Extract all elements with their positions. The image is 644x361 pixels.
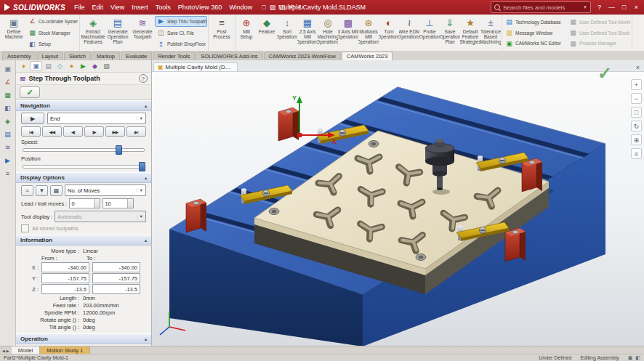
ribbon-button[interactable]: ↕ Sort Operations xyxy=(277,15,297,50)
navigation-section-header[interactable]: Navigation ▴ xyxy=(16,100,151,111)
position-slider-thumb[interactable] xyxy=(139,162,145,171)
menu-item[interactable]: File xyxy=(71,2,89,12)
ribbon-button[interactable]: ≡ Post Process xyxy=(209,15,234,50)
position-slider[interactable] xyxy=(23,162,145,170)
view-settings-icon[interactable]: ≡ xyxy=(631,148,642,159)
play-button[interactable]: ▶ xyxy=(21,113,44,124)
ribbon-button[interactable]: ± Tolerance Based Machining xyxy=(480,15,501,50)
ribbon-button[interactable]: ↥ Publish ShopFloor xyxy=(155,38,207,49)
menu-item[interactable]: PhotoView 360 xyxy=(174,2,225,12)
close-document-icon[interactable]: × xyxy=(632,64,644,71)
ribbon-button[interactable]: ▩ 3 Axis Mill Operations xyxy=(338,15,358,50)
fast-back-button[interactable]: ◀◀ xyxy=(42,126,62,137)
go-to-end-button[interactable]: ▶| xyxy=(126,126,146,137)
ribbon-button[interactable]: ∠ Co-ordinate System xyxy=(26,16,79,27)
rotate-view-icon[interactable]: ↻ xyxy=(631,121,642,131)
camworks-feature-tree-tab[interactable]: ▶ xyxy=(78,61,89,71)
ribbon-button[interactable]: ◎ Hole Machining Operations xyxy=(318,15,338,50)
update-display-dropdown[interactable]: No. of Moves ▼ xyxy=(65,184,146,196)
commandmanager-tab[interactable]: SOLIDWORKS Add-Ins xyxy=(196,52,262,60)
configurationmanager-tab[interactable]: ▤ xyxy=(43,61,54,71)
commandmanager-tab[interactable]: Evaluate xyxy=(121,52,152,60)
menu-item[interactable]: Window xyxy=(225,2,256,12)
trail-moves-stepper[interactable]: 10 xyxy=(102,198,134,208)
tab-scroll-arrow[interactable]: ▶ xyxy=(7,349,9,353)
ribbon-button[interactable]: ≋ Generate Toolpath xyxy=(130,15,155,50)
stock-manager-icon[interactable]: ▦ xyxy=(3,90,12,100)
zoom-out-icon[interactable]: − xyxy=(631,93,642,104)
open-file-icon[interactable]: ▨ xyxy=(270,4,276,11)
ribbon-button[interactable]: ⇓ Save Operation Plan xyxy=(440,15,460,50)
units-icon[interactable]: ▣ xyxy=(628,355,633,361)
search-dropdown-icon[interactable]: ▼ xyxy=(583,5,587,9)
commandmanager-tab[interactable]: Assembly xyxy=(2,52,36,60)
speed-slider-thumb[interactable] xyxy=(116,145,122,155)
step-back-button[interactable]: ◀| xyxy=(63,126,83,137)
zoom-fit-icon[interactable]: □ xyxy=(631,107,642,118)
extract-features-icon[interactable]: ◈ xyxy=(3,116,12,126)
ribbon-button[interactable]: ▦ Stock Manager xyxy=(26,28,79,38)
zoom-in-icon[interactable]: + xyxy=(631,79,642,90)
menu-item[interactable]: Tools xyxy=(152,2,174,12)
ribbon-button[interactable]: ⊛ Multiaxis Mill Operations xyxy=(358,15,379,50)
ok-button[interactable]: ✓ xyxy=(20,86,40,98)
ribbon-button[interactable]: ▣ Define Machine xyxy=(1,15,26,50)
ribbon-button[interactable]: ◫ Save CL File xyxy=(155,28,207,38)
tab-scroll-arrow[interactable]: ◀ xyxy=(2,349,5,353)
minimize-button[interactable]: — xyxy=(605,1,618,13)
coordinate-system-icon[interactable]: ∠ xyxy=(3,77,12,86)
ribbon-button[interactable]: ▤ Technology Database xyxy=(504,17,566,27)
ribbon-button[interactable]: ⊥ Probe Operation xyxy=(419,15,440,50)
ribbon-button[interactable]: ◈ Extract Machinable Features xyxy=(81,15,105,50)
propertymanager-tab[interactable]: ▣ xyxy=(30,61,42,71)
ribbon-button[interactable]: ▦ 2.5 Axis Mill Operations xyxy=(297,15,318,50)
operation-plan-icon[interactable]: ▤ xyxy=(3,129,12,139)
commandmanager-tab[interactable]: Sketch xyxy=(64,52,91,60)
3d-scene[interactable]: Y X xyxy=(152,71,644,346)
commandmanager-tab[interactable]: CAMWorks 2023-WorkFlow xyxy=(264,52,341,60)
playback-mode-dropdown[interactable]: End ▼ xyxy=(47,113,146,124)
commandmanager-tab[interactable]: Render Tools xyxy=(153,52,195,60)
camworks-operation-tree-tab[interactable]: ◆ xyxy=(89,61,100,71)
ribbon-button[interactable]: ◧ Setup xyxy=(26,38,79,49)
tag-icon[interactable]: ◧ xyxy=(635,355,640,361)
ribbon-button[interactable]: ▶ Step Thru Toolpath xyxy=(155,16,207,27)
confirmation-corner-check[interactable]: ✓ xyxy=(597,63,612,84)
featuremanager-tab[interactable]: ♦ xyxy=(18,61,29,71)
ribbon-button[interactable]: ◆ Feature xyxy=(257,15,277,50)
generate-toolpath-icon[interactable]: ≋ xyxy=(3,142,12,152)
information-section-header[interactable]: Information ▴ xyxy=(16,235,151,246)
graphics-viewport[interactable]: ▣ Multiple Cavity Mold (D... × xyxy=(152,60,644,346)
go-to-start-button[interactable]: |◀ xyxy=(21,126,41,137)
dimxpertmanager-tab[interactable]: ◇ xyxy=(55,61,65,71)
new-file-icon[interactable]: □ xyxy=(262,4,265,11)
commandmanager-tab[interactable]: Markup xyxy=(92,52,120,60)
camworks-tools-tab[interactable]: ▧ xyxy=(101,61,112,71)
step-forward-button[interactable]: |▶ xyxy=(84,126,104,137)
lead-moves-stepper[interactable]: 0 xyxy=(69,198,100,208)
document-tab[interactable]: ▣ Multiple Cavity Mold (D... xyxy=(153,62,238,71)
operation-section-header[interactable]: Operation ▴ xyxy=(16,333,151,344)
ribbon-button[interactable]: ▤ Generate Operation Plan xyxy=(105,15,130,50)
close-button[interactable]: × xyxy=(630,1,643,13)
ribbon-button[interactable]: ★ Default Feature Strategies xyxy=(460,15,480,50)
commandmanager-tab[interactable]: CAMWorks 2023 xyxy=(342,52,393,60)
tool-display-toggle[interactable]: ▼ xyxy=(36,185,48,196)
menu-item[interactable]: Insert xyxy=(128,2,152,12)
ribbon-button[interactable]: ⊕ Mill Setup xyxy=(236,15,257,50)
ribbon-button[interactable]: ≀ Wire EDM Operations xyxy=(399,15,419,50)
setup-icon[interactable]: ◧ xyxy=(3,103,12,113)
speed-slider-track[interactable] xyxy=(23,148,145,152)
maximize-button[interactable]: □ xyxy=(618,1,630,13)
ribbon-button[interactable]: ▣ CAMWorks NC Editor xyxy=(504,38,566,48)
holder-display-toggle[interactable]: ▦ xyxy=(50,185,63,196)
commandmanager-tab[interactable]: Layout xyxy=(37,52,64,60)
toolpath-display-toggle[interactable]: ≈ xyxy=(21,185,33,196)
display-options-section-header[interactable]: Display Options ▴ xyxy=(16,172,151,183)
help-icon[interactable]: ? xyxy=(139,74,148,83)
post-process-icon[interactable]: ≡ xyxy=(3,169,12,178)
ribbon-button[interactable]: ▥ Message Window xyxy=(504,28,566,38)
all-stored-toolpaths-checkbox[interactable] xyxy=(21,224,29,232)
menu-item[interactable]: Edit xyxy=(88,2,107,12)
help-button[interactable]: ? xyxy=(593,1,605,13)
